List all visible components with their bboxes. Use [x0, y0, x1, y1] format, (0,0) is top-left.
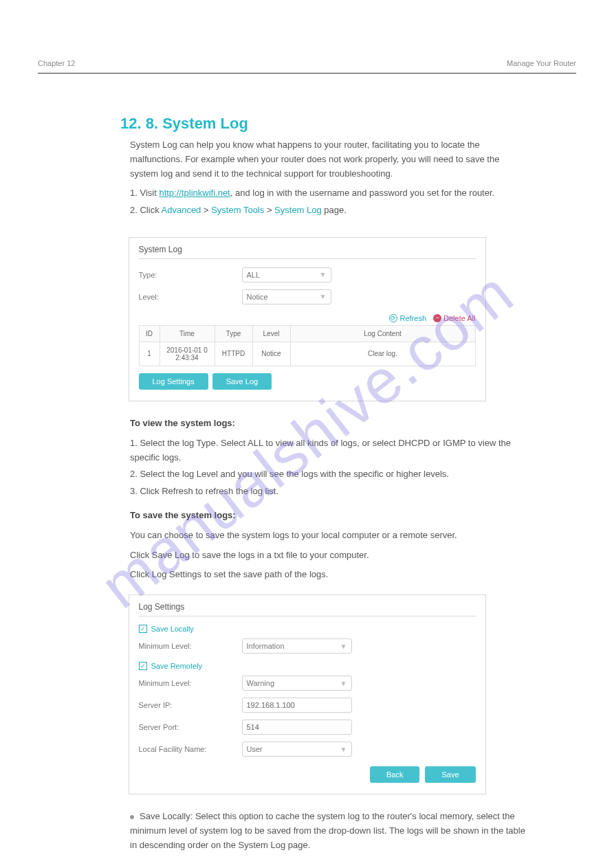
- delete-all-label: Delete All: [443, 314, 475, 322]
- th-content: Log Content: [290, 325, 475, 342]
- intro-paragraph: System Log can help you know what happen…: [130, 138, 529, 181]
- save-locally-label: Save Locally: [151, 625, 194, 633]
- refresh-label: Refresh: [399, 314, 426, 322]
- panel1-title: System Log: [139, 245, 476, 259]
- th-time: Time: [160, 325, 215, 342]
- log-settings-button[interactable]: Log Settings: [139, 373, 208, 390]
- chapter-left: Chapter 12: [38, 59, 75, 67]
- min-level2-value: Warning: [247, 679, 275, 687]
- to-view-step2: 2. Select the log Level and you will see…: [130, 467, 529, 482]
- type-select[interactable]: ALL ▼: [242, 267, 331, 282]
- chevron-down-icon: ▼: [340, 680, 347, 687]
- chevron-down-icon: ▼: [320, 271, 327, 278]
- table-row: 1 2016-01-01 0 2:43:34 HTTPD Notice Clea…: [139, 342, 475, 366]
- server-port-row: Server Port: 514: [139, 720, 476, 735]
- min-level2-label: Minimum Level:: [139, 679, 242, 687]
- chapter-right: Manage Your Router: [507, 59, 576, 67]
- min-level-remote-row: Minimum Level: Warning ▼: [139, 676, 476, 691]
- step2-syslog: System Log: [274, 205, 322, 215]
- facility-label: Local Facility Name:: [139, 745, 242, 753]
- min-level-local-row: Minimum Level: Information ▼: [139, 638, 476, 654]
- cell-content: Clear log.: [290, 342, 475, 366]
- tplink-link[interactable]: http://tplinkwifi.net: [159, 188, 230, 198]
- save-button[interactable]: Save: [425, 766, 475, 783]
- refresh-icon: ⟳: [389, 314, 397, 322]
- server-port-label: Server Port:: [139, 723, 242, 731]
- save-remotely-checkbox[interactable]: ✓ Save Remotely: [139, 662, 476, 670]
- facility-row: Local Facility Name: User ▼: [139, 742, 476, 757]
- cell-id: 1: [139, 342, 160, 366]
- to-save-intro: You can choose to save the system logs t…: [130, 528, 529, 543]
- th-level: Level: [252, 325, 290, 342]
- header-rule: [38, 73, 576, 74]
- cell-level: Notice: [252, 342, 290, 366]
- panel2-title: Log Settings: [139, 602, 476, 616]
- min-level1-value: Information: [247, 642, 285, 650]
- log-settings-panel: Log Settings ✓ Save Locally Minimum Leve…: [129, 594, 486, 794]
- back-button[interactable]: Back: [370, 766, 419, 783]
- cell-time: 2016-01-01 0 2:43:34: [160, 342, 215, 366]
- refresh-button[interactable]: ⟳ Refresh: [389, 314, 426, 322]
- save-log-button[interactable]: Save Log: [212, 373, 272, 390]
- level-value: Notice: [247, 293, 268, 301]
- step1-suffix: , and log in with the username and passw…: [230, 188, 494, 198]
- server-port-value: 514: [247, 723, 259, 731]
- chevron-down-icon: ▼: [320, 293, 327, 300]
- facility-select[interactable]: User ▼: [242, 742, 352, 757]
- step2-prefix: 2.: [130, 205, 140, 215]
- system-log-panel: System Log Type: ALL ▼ Level: Notice ▼ ⟳…: [129, 237, 486, 401]
- checkbox-checked-icon: ✓: [139, 662, 147, 670]
- step2-suffix: page.: [322, 205, 347, 215]
- step2-systools: System Tools: [211, 205, 264, 215]
- type-row: Type: ALL ▼: [139, 267, 476, 282]
- server-port-input[interactable]: 514: [242, 720, 352, 735]
- delete-icon: −: [433, 314, 441, 322]
- save-remotely-label: Save Remotely: [151, 662, 203, 670]
- chevron-down-icon: ▼: [340, 643, 347, 650]
- to-save-settings: Click Log Settings to set the save path …: [130, 568, 529, 582]
- log-table: ID Time Type Level Log Content 1 2016-01…: [139, 325, 476, 366]
- type-label: Type:: [139, 271, 242, 279]
- step-1: 1. Visit http://tplinkwifi.net, and log …: [130, 186, 529, 201]
- server-ip-input[interactable]: 192.168.1.100: [242, 698, 352, 713]
- step2-mid2: >: [264, 205, 274, 215]
- step1-prefix: 1.: [130, 188, 140, 198]
- min-level1-label: Minimum Level:: [139, 642, 242, 650]
- table-header-row: ID Time Type Level Log Content: [139, 325, 475, 342]
- min-level2-select[interactable]: Warning ▼: [242, 676, 352, 691]
- to-view-step3: 3. Click Refresh to refresh the log list…: [130, 485, 529, 499]
- min-level1-select[interactable]: Information ▼: [242, 638, 352, 654]
- to-view-step1: 1. Select the log Type. Select ALL to vi…: [130, 436, 529, 465]
- bullet-save-locally: Save Locally: Select this option to cach…: [130, 810, 529, 852]
- server-ip-value: 192.168.1.100: [247, 701, 295, 709]
- server-ip-label: Server IP:: [139, 701, 242, 709]
- section-heading: 12. 8. System Log: [120, 115, 576, 133]
- type-value: ALL: [247, 271, 261, 279]
- level-label: Level:: [139, 293, 242, 301]
- th-id: ID: [139, 325, 160, 342]
- facility-value: User: [247, 745, 263, 753]
- th-type: Type: [215, 325, 252, 342]
- refresh-bar: ⟳ Refresh − Delete All: [139, 314, 476, 322]
- step-2: 2. Click Advanced > System Tools > Syste…: [130, 203, 529, 218]
- to-view-heading: To view the system logs:: [130, 416, 529, 431]
- step2-text: Click: [140, 205, 161, 215]
- cell-type: HTTPD: [215, 342, 252, 366]
- panel1-buttons: Log Settings Save Log: [139, 373, 476, 390]
- panel2-buttons: Back Save: [139, 766, 476, 783]
- bullet-icon: [130, 815, 134, 819]
- save-locally-checkbox[interactable]: ✓ Save Locally: [139, 625, 476, 633]
- level-row: Level: Notice ▼: [139, 289, 476, 304]
- delete-all-button[interactable]: − Delete All: [433, 314, 475, 322]
- step2-advanced: Advanced: [162, 205, 201, 215]
- step1-text: Visit: [140, 188, 159, 198]
- step2-mid: >: [201, 205, 211, 215]
- bullet1-text: Save Locally: Select this option to cach…: [130, 811, 525, 850]
- server-ip-row: Server IP: 192.168.1.100: [139, 698, 476, 713]
- to-save-heading: To save the system logs:: [130, 509, 529, 523]
- to-save-instr: Click Save Log to save the logs in a txt…: [130, 548, 529, 563]
- checkbox-checked-icon: ✓: [139, 625, 147, 633]
- chevron-down-icon: ▼: [340, 746, 347, 753]
- level-select[interactable]: Notice ▼: [242, 289, 331, 304]
